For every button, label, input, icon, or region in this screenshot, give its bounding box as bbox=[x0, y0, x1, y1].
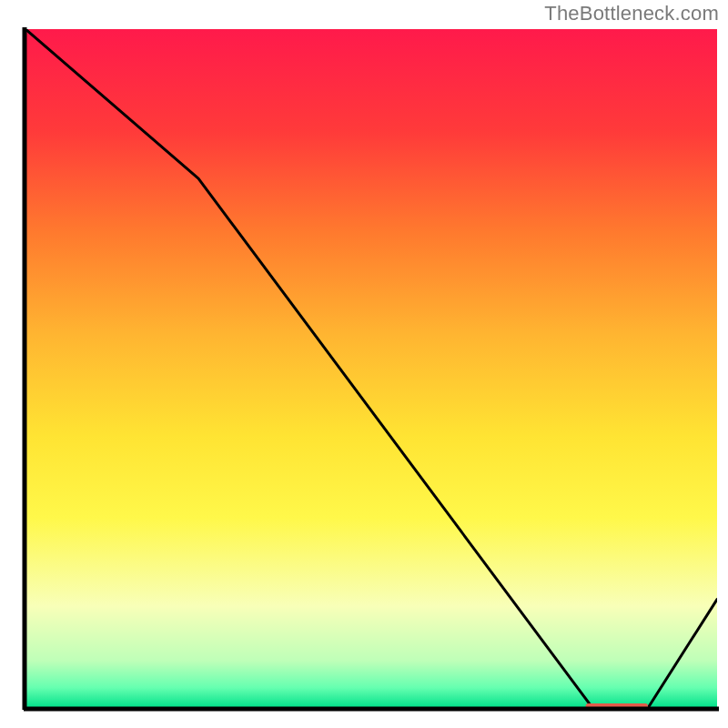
watermark-text: TheBottleneck.com bbox=[544, 2, 719, 25]
bottleneck-chart bbox=[0, 0, 728, 728]
chart-container: TheBottleneck.com bbox=[0, 0, 728, 728]
plot-background bbox=[25, 29, 717, 708]
